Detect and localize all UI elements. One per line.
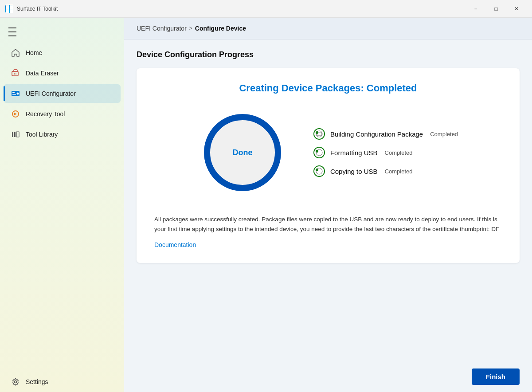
sidebar-item-data-eraser[interactable]: Data Eraser — [4, 64, 121, 82]
creating-prefix: Creating Device Packages: — [239, 82, 366, 94]
breadcrumb-separator: > — [189, 25, 192, 31]
app-icon — [5, 5, 13, 13]
description-text: All packages were successfully created. … — [154, 215, 502, 234]
step-formatting-icon — [313, 147, 325, 158]
uefi-icon — [11, 89, 20, 98]
svg-point-21 — [316, 131, 318, 134]
title-bar: Surface IT Toolkit − □ ✕ — [0, 0, 532, 18]
circle-container: Done — [198, 108, 287, 197]
svg-point-23 — [316, 150, 318, 153]
sidebar-item-uefi-label: UEFI Configurator — [26, 90, 76, 97]
svg-rect-3 — [10, 9, 13, 13]
svg-rect-0 — [6, 5, 9, 9]
step-formatting-status: Completed — [385, 149, 413, 156]
svg-point-10 — [17, 93, 19, 95]
main-content: UEFI Configurator > Configure Device Dev… — [124, 18, 532, 392]
steps-list: Building Configuration Package Completed… — [313, 128, 458, 177]
breadcrumb: UEFI Configurator > Configure Device — [137, 25, 520, 32]
sidebar-item-tool-library-label: Tool Library — [26, 131, 58, 138]
sidebar-item-recovery-label: Recovery Tool — [26, 110, 65, 118]
hamburger-line — [8, 35, 16, 36]
progress-visual: Done — [154, 108, 502, 197]
data-eraser-icon — [11, 68, 20, 78]
sidebar-item-recovery-tool[interactable]: Recovery Tool — [4, 105, 121, 123]
sidebar-toggle[interactable] — [4, 23, 21, 41]
hamburger-line — [8, 27, 16, 28]
svg-rect-13 — [14, 132, 16, 137]
minimize-button[interactable]: − — [466, 2, 486, 16]
sidebar-item-home[interactable]: Home — [4, 43, 121, 62]
app-layout: Home Data Eraser — [0, 18, 532, 392]
window-controls: − □ ✕ — [466, 2, 527, 16]
breadcrumb-current: Configure Device — [195, 25, 246, 32]
step-item-building: Building Configuration Package Completed — [313, 128, 458, 140]
finish-button[interactable]: Finish — [472, 368, 520, 385]
svg-rect-14 — [16, 132, 19, 137]
circle-done-text: Done — [232, 148, 252, 157]
close-button[interactable]: ✕ — [506, 2, 527, 16]
step-building-name: Building Configuration Package — [330, 130, 423, 138]
step-copying-icon — [313, 165, 325, 177]
hamburger-line — [8, 31, 16, 32]
step-item-formatting: Formatting USB Completed — [313, 147, 458, 158]
app-title: Surface IT Toolkit — [17, 6, 466, 12]
svg-rect-2 — [6, 9, 9, 13]
step-copying-status: Completed — [385, 168, 413, 175]
home-icon — [11, 48, 20, 58]
content-header: UEFI Configurator > Configure Device — [124, 18, 532, 39]
svg-rect-12 — [12, 132, 13, 137]
svg-rect-4 — [12, 71, 18, 76]
svg-point-15 — [15, 381, 17, 383]
sidebar-item-uefi-configurator[interactable]: UEFI Configurator — [4, 84, 121, 103]
tool-library-icon — [11, 129, 20, 139]
step-building-status: Completed — [430, 131, 458, 137]
step-item-copying: Copying to USB Completed — [313, 165, 458, 177]
sidebar-item-settings[interactable]: Settings — [4, 372, 121, 391]
content-footer: Finish — [124, 361, 532, 392]
svg-point-25 — [316, 169, 318, 171]
step-copying-name: Copying to USB — [330, 168, 378, 175]
creating-status: Completed — [367, 82, 417, 94]
sidebar-item-tool-library[interactable]: Tool Library — [4, 125, 121, 144]
step-building-icon — [313, 128, 325, 140]
settings-icon — [11, 377, 20, 387]
sidebar: Home Data Eraser — [0, 18, 124, 392]
step-formatting-name: Formatting USB — [330, 149, 378, 157]
creating-title: Creating Device Packages: Completed — [154, 82, 502, 94]
recovery-icon — [11, 109, 20, 119]
content-body: Device Configuration Progress Creating D… — [124, 39, 532, 361]
sidebar-item-data-eraser-label: Data Eraser — [26, 70, 59, 77]
progress-card: Creating Device Packages: Completed Done — [137, 68, 520, 263]
documentation-link[interactable]: Documentation — [154, 241, 196, 248]
section-title: Device Configuration Progress — [137, 50, 520, 59]
svg-rect-9 — [12, 94, 16, 95]
sidebar-item-settings-label: Settings — [26, 378, 48, 385]
svg-rect-8 — [12, 92, 15, 93]
maximize-button[interactable]: □ — [486, 2, 506, 16]
breadcrumb-parent[interactable]: UEFI Configurator — [137, 25, 187, 32]
sidebar-item-home-label: Home — [26, 49, 42, 56]
svg-rect-1 — [10, 5, 13, 9]
